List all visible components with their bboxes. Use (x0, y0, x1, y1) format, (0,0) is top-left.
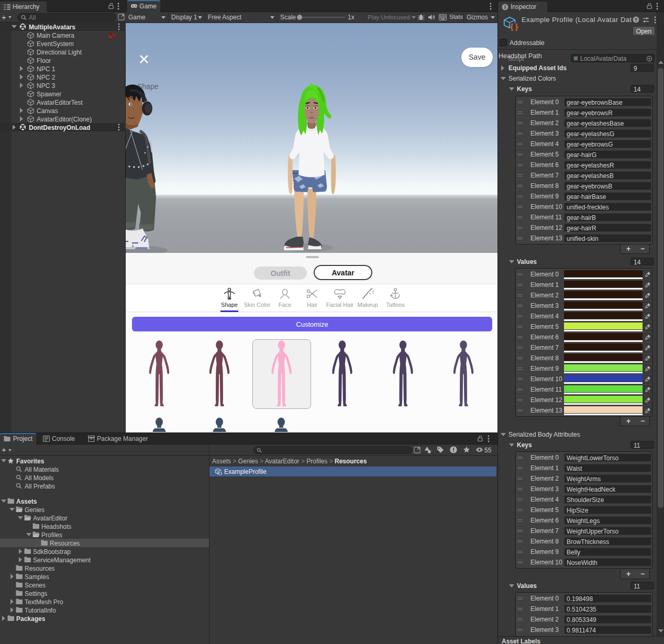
svg-text:?: ? (635, 17, 637, 23)
